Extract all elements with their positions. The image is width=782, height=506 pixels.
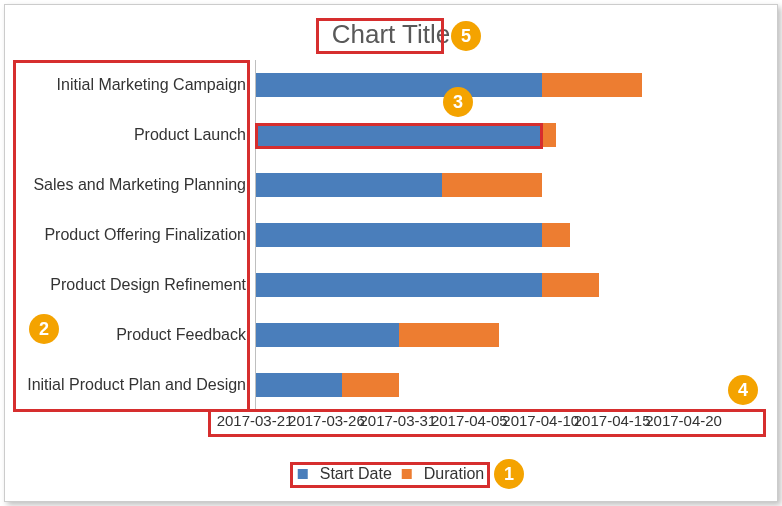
legend-label-start: Start Date [320, 465, 392, 483]
bar-duration[interactable] [442, 173, 542, 197]
x-tick-label: 2017-03-31 [359, 412, 436, 429]
bar-row: Product Feedback [256, 310, 756, 360]
x-tick-label: 2017-04-05 [431, 412, 508, 429]
bar-row: Product Design Refinement [256, 260, 756, 310]
bar-start-date[interactable] [256, 373, 342, 397]
bar-duration[interactable] [542, 223, 571, 247]
category-label[interactable]: Product Offering Finalization [16, 210, 246, 260]
plot-area: Initial Marketing CampaignProduct Launch… [255, 60, 755, 430]
bar-duration[interactable] [399, 323, 499, 347]
category-label[interactable]: Sales and Marketing Planning [16, 160, 246, 210]
bar-start-date[interactable] [256, 173, 442, 197]
bar-row: Product Offering Finalization [256, 210, 756, 260]
category-label[interactable]: Product Feedback [16, 310, 246, 360]
bar-start-date[interactable] [256, 273, 542, 297]
bar-row: Initial Product Plan and Design [256, 360, 756, 410]
callout-1: 1 [494, 459, 524, 489]
bar-row: Sales and Marketing Planning [256, 160, 756, 210]
bar-duration[interactable] [542, 273, 599, 297]
x-tick-label: 2017-04-15 [574, 412, 651, 429]
legend-label-duration: Duration [424, 465, 484, 483]
bar-duration[interactable] [542, 73, 642, 97]
bar-start-date[interactable] [256, 223, 542, 247]
bar-start-date[interactable] [256, 73, 542, 97]
chart-container: Chart Title Initial Marketing CampaignPr… [4, 4, 778, 502]
legend-swatch-start [298, 469, 308, 479]
bar-duration[interactable] [542, 123, 556, 147]
category-label[interactable]: Initial Product Plan and Design [16, 360, 246, 410]
bar-row: Product Launch [256, 110, 756, 160]
x-tick-label: 2017-03-21 [217, 412, 294, 429]
category-label[interactable]: Product Launch [16, 110, 246, 160]
legend[interactable]: Start Date Duration [292, 463, 491, 485]
legend-swatch-duration [402, 469, 412, 479]
category-label[interactable]: Initial Marketing Campaign [16, 60, 246, 110]
bar-start-date[interactable] [256, 323, 399, 347]
x-tick-label: 2017-04-20 [645, 412, 722, 429]
bar-duration[interactable] [342, 373, 399, 397]
bar-row: Initial Marketing Campaign [256, 60, 756, 110]
x-tick-label: 2017-03-26 [288, 412, 365, 429]
x-axis[interactable]: 2017-03-212017-03-262017-03-312017-04-05… [255, 412, 755, 436]
category-label[interactable]: Product Design Refinement [16, 260, 246, 310]
chart-title[interactable]: Chart Title [326, 17, 457, 52]
x-tick-label: 2017-04-10 [502, 412, 579, 429]
bar-start-date[interactable] [256, 123, 542, 147]
